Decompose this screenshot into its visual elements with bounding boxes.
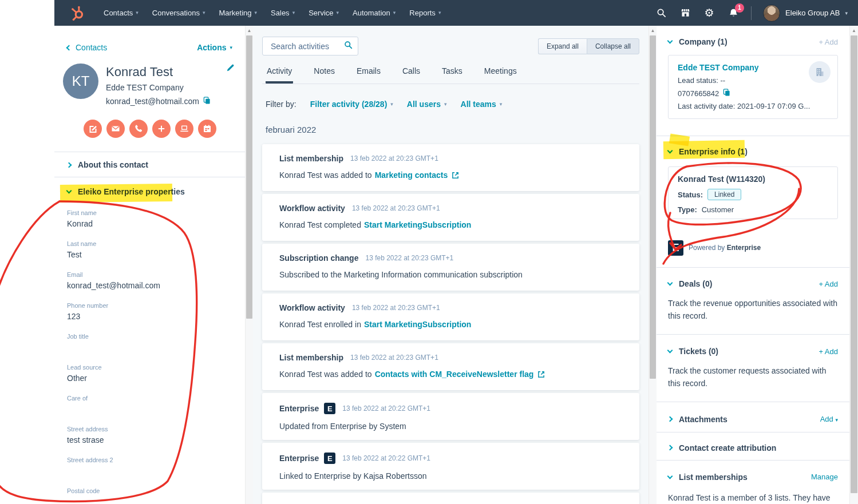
activity-card[interactable]: Enterprise E 13 feb 2022 at 20:22 GMT+1 … — [262, 443, 639, 490]
tab-calls[interactable]: Calls — [401, 64, 421, 84]
top-nav: Contacts▾Conversations▾Marketing▾Sales▾S… — [54, 0, 858, 26]
card-link[interactable]: Start MarketingSubscription — [364, 220, 471, 229]
nav-item-marketing[interactable]: Marketing▾ — [212, 0, 264, 26]
nav-item-service[interactable]: Service▾ — [302, 0, 346, 26]
note-icon — [88, 124, 97, 133]
expand-all-button[interactable]: Expand all — [538, 38, 587, 54]
section-contact-create-attribution[interactable]: Contact create attribution — [668, 443, 838, 453]
scroll-up-arrow[interactable]: ▲ — [850, 26, 858, 35]
manage-lists-button[interactable]: Manage — [811, 473, 838, 481]
section-about-this-contact[interactable]: About this contact — [54, 152, 245, 177]
activity-card-partial[interactable] — [262, 493, 639, 504]
tab-notes[interactable]: Notes — [313, 64, 336, 84]
quick-action-meeting-button[interactable] — [198, 120, 216, 138]
account-name: Eleiko Group AB — [785, 9, 840, 17]
page-scrollbar[interactable]: ▲ — [849, 26, 858, 504]
email-icon — [111, 124, 120, 133]
feed-tabs: ActivityNotesEmailsCallsTasksMeetings — [262, 64, 639, 84]
associations-sidebar: Company (1) + Add Edde TEST Company Lead… — [657, 26, 849, 504]
search-icon[interactable] — [344, 41, 353, 51]
left-panel-scrollbar[interactable]: ▲ — [245, 26, 253, 504]
call-icon — [134, 124, 143, 133]
search-icon[interactable] — [655, 7, 667, 19]
chevron-right-icon — [667, 445, 673, 451]
card-link[interactable]: Contacts with CM_ReceiveNewsletter flag — [375, 370, 534, 379]
marketplace-icon[interactable] — [679, 7, 691, 19]
chevron-down-icon: ▾ — [136, 10, 139, 15]
card-timestamp: 13 feb 2022 at 20:23 GMT+1 — [352, 204, 440, 212]
quick-action-email-button[interactable] — [106, 120, 125, 138]
nav-item-reports[interactable]: Reports▾ — [402, 0, 448, 26]
scrollbar-thumb[interactable] — [851, 35, 857, 493]
add-attachment-button[interactable]: Add ▾ — [820, 415, 838, 423]
company-name-link[interactable]: Edde TEST Company — [678, 63, 828, 72]
add-ticket-button[interactable]: + Add — [819, 347, 838, 356]
nav-item-contacts[interactable]: Contacts▾ — [97, 0, 145, 26]
activity-card[interactable]: Enterprise E 13 feb 2022 at 20:22 GMT+1 … — [262, 393, 639, 440]
activity-card[interactable]: Subscription change 13 feb 2022 at 20:23… — [262, 244, 639, 291]
chevron-down-icon: ▾ — [835, 417, 838, 423]
feed-scrollbar[interactable]: ▲ — [649, 26, 657, 504]
section-list-memberships[interactable]: List memberships Manage — [668, 472, 838, 482]
scroll-up-arrow[interactable]: ▲ — [246, 26, 253, 35]
chevron-down-icon — [66, 188, 72, 194]
task-icon — [180, 124, 189, 133]
tab-meetings[interactable]: Meetings — [483, 64, 518, 84]
settings-gear-icon[interactable]: ⚙ — [703, 7, 715, 19]
hubspot-sprocket-icon[interactable] — [69, 5, 86, 22]
activity-card[interactable]: Workflow activity 13 feb 2022 at 20:23 G… — [262, 293, 639, 340]
nav-utilities: ⚙ 1 Eleiko Group AB ▾ — [655, 5, 848, 22]
scrollbar-thumb[interactable] — [650, 35, 656, 379]
nav-item-sales[interactable]: Sales▾ — [264, 0, 302, 26]
contact-avatar: KT — [63, 64, 98, 99]
enterprise-info-card[interactable]: Konrad Test (W114320) Status: Linked Typ… — [668, 166, 838, 219]
section-company[interactable]: Company (1) + Add — [668, 37, 838, 47]
filter-filter-activity-28-28[interactable]: Filter activity (28/28)▾ — [310, 100, 393, 109]
copy-icon[interactable] — [203, 97, 211, 106]
add-deal-button[interactable]: + Add — [819, 280, 838, 288]
section-tickets[interactable]: Tickets (0) + Add — [668, 346, 838, 356]
section-enterprise-info[interactable]: Enterprise info (1) — [668, 146, 838, 157]
section-deals[interactable]: Deals (0) + Add — [668, 279, 838, 289]
activity-card[interactable]: List membership 13 feb 2022 at 20:23 GMT… — [262, 144, 639, 191]
scrollbar-thumb[interactable] — [246, 35, 252, 319]
card-title: Enterprise — [279, 404, 319, 413]
property-postal-code: Postal code — [67, 487, 245, 504]
activity-card[interactable]: List membership 13 feb 2022 at 20:23 GMT… — [262, 343, 639, 390]
nav-item-conversations[interactable]: Conversations▾ — [145, 0, 212, 26]
actions-dropdown[interactable]: Actions ▾ — [197, 43, 232, 52]
quick-action-task-button[interactable] — [175, 120, 193, 138]
property-email: Email konrad_test@hotmail.com — [67, 271, 245, 302]
activity-card[interactable]: Workflow activity 13 feb 2022 at 20:23 G… — [262, 194, 639, 241]
tab-activity[interactable]: Activity — [266, 64, 293, 84]
external-link-icon — [537, 371, 545, 378]
breadcrumb-back-contacts[interactable]: Contacts — [67, 43, 107, 52]
edit-pencil-icon[interactable] — [226, 64, 235, 74]
company-card[interactable]: Edde TEST Company Lead status: -- 070766… — [668, 55, 838, 119]
search-activities-input[interactable] — [270, 41, 344, 51]
quick-action-more-button[interactable] — [152, 120, 171, 138]
card-link[interactable]: Marketing contacts — [375, 170, 448, 180]
contact-company-link[interactable]: Edde TEST Company — [106, 83, 211, 92]
tab-tasks[interactable]: Tasks — [441, 64, 464, 84]
account-menu[interactable]: Eleiko Group AB ▾ — [763, 5, 848, 22]
section-enterprise-properties[interactable]: Eleiko Enterprise properties — [54, 177, 245, 196]
enterprise-logo-icon: E — [668, 240, 683, 256]
property-lead-source: Lead source Other — [67, 364, 245, 395]
chevron-down-icon: ▾ — [845, 10, 848, 16]
quick-action-call-button[interactable] — [129, 120, 148, 138]
filter-all-users[interactable]: All users▾ — [407, 100, 447, 109]
nav-item-automation[interactable]: Automation▾ — [346, 0, 402, 26]
add-company-button[interactable]: + Add — [819, 38, 838, 46]
tab-emails[interactable]: Emails — [355, 64, 382, 84]
section-attachments[interactable]: Attachments Add ▾ — [668, 414, 838, 424]
card-link[interactable]: Start MarketingSubscription — [364, 320, 471, 329]
collapse-all-button[interactable]: Collapse all — [587, 38, 639, 54]
filter-all-teams[interactable]: All teams▾ — [461, 100, 503, 109]
chevron-down-icon: ▾ — [390, 101, 393, 107]
copy-icon[interactable] — [723, 89, 730, 98]
contact-name: Konrad Test — [106, 65, 211, 80]
scroll-up-arrow[interactable]: ▲ — [649, 26, 657, 35]
notifications-bell-icon[interactable]: 1 — [727, 7, 740, 19]
quick-action-note-button[interactable] — [84, 120, 102, 138]
